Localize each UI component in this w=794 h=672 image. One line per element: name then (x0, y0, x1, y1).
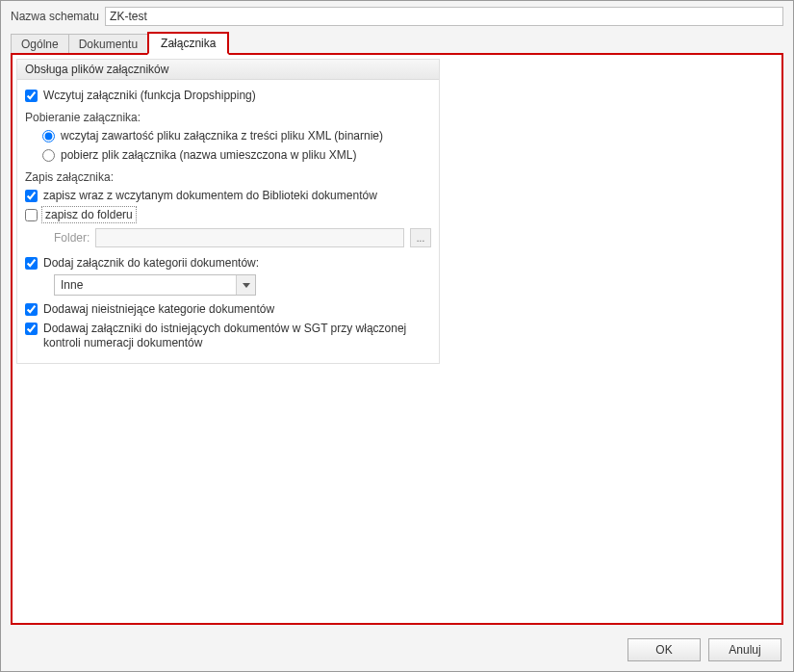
row-radio-binary: wczytaj zawartość pliku załącznika z tre… (25, 126, 431, 145)
load-attachments-checkbox[interactable] (25, 90, 38, 102)
add-to-existing-checkbox[interactable] (25, 323, 38, 335)
save-with-doc-label: zapisz wraz z wczytanym dokumentem do Bi… (43, 189, 377, 202)
save-to-folder-checkbox[interactable] (25, 209, 38, 221)
category-combo-button[interactable] (236, 275, 255, 295)
row-save-with-doc: zapisz wraz z wczytanym dokumentem do Bi… (25, 186, 431, 205)
schema-name-label: Nazwa schematu (11, 10, 99, 23)
row-add-category: Dodaj załącznik do kategorii dokumentów: (25, 253, 431, 272)
dialog-window: Nazwa schematu Ogólne Dokumentu Załączni… (0, 0, 794, 672)
row-add-to-existing: Dodawaj załączniki do istniejących dokum… (25, 319, 431, 353)
ok-button[interactable]: OK (628, 638, 701, 661)
add-category-checkbox[interactable] (25, 257, 38, 270)
folder-input (95, 228, 404, 247)
save-with-doc-checkbox[interactable] (25, 190, 38, 202)
tab-general[interactable]: Ogólne (11, 34, 69, 54)
add-category-label: Dodaj załącznik do kategorii dokumentów: (43, 256, 259, 270)
row-add-missing-categories: Dodawaj nieistniejące kategorie dokument… (25, 299, 431, 319)
save-to-folder-label: zapisz do folderu (43, 208, 135, 221)
add-missing-categories-label: Dodawaj nieistniejące kategorie dokument… (43, 302, 274, 316)
radio-binary-label: wczytaj zawartość pliku załącznika z tre… (61, 129, 383, 142)
schema-name-input[interactable] (105, 7, 783, 26)
tabs: Ogólne Dokumentu Załącznika (1, 30, 793, 53)
category-value: Inne (55, 275, 236, 295)
row-save-to-folder: zapisz do folderu (25, 205, 431, 224)
row-load-attachments: Wczytuj załączniki (funkcja Dropshipping… (25, 86, 431, 105)
panel-body: Wczytuj załączniki (funkcja Dropshipping… (17, 80, 439, 363)
load-attachments-label: Wczytuj załączniki (funkcja Dropshipping… (43, 89, 256, 102)
tab-document[interactable]: Dokumentu (68, 34, 148, 54)
dialog-buttons: OK Anuluj (1, 631, 793, 671)
tab-attachment[interactable]: Załącznika (147, 32, 229, 55)
folder-label: Folder: (54, 231, 90, 245)
panel-title: Obsługa plików załączników (17, 60, 439, 80)
radio-binary[interactable] (42, 130, 55, 142)
ellipsis-icon: ... (417, 233, 424, 244)
folder-row: Folder: ... (25, 224, 431, 253)
category-combo[interactable]: Inne (54, 274, 256, 296)
attachments-panel: Obsługa plików załączników Wczytuj załąc… (16, 59, 440, 364)
schema-row: Nazwa schematu (1, 1, 793, 30)
save-heading: Zapis załącznika: (25, 165, 431, 186)
download-heading: Pobieranie załącznika: (25, 105, 431, 126)
radio-fetch[interactable] (42, 149, 55, 162)
add-to-existing-label: Dodawaj załączniki do istniejących dokum… (43, 322, 431, 350)
radio-fetch-label: pobierz plik załącznika (nazwa umieszczo… (61, 148, 356, 162)
folder-browse-button[interactable]: ... (410, 228, 431, 247)
row-radio-fetch: pobierz plik załącznika (nazwa umieszczo… (25, 145, 431, 165)
tab-content: Obsługa plików załączników Wczytuj załąc… (11, 53, 783, 625)
chevron-down-icon (243, 283, 250, 288)
add-missing-categories-checkbox[interactable] (25, 303, 38, 316)
cancel-button[interactable]: Anuluj (708, 638, 781, 661)
